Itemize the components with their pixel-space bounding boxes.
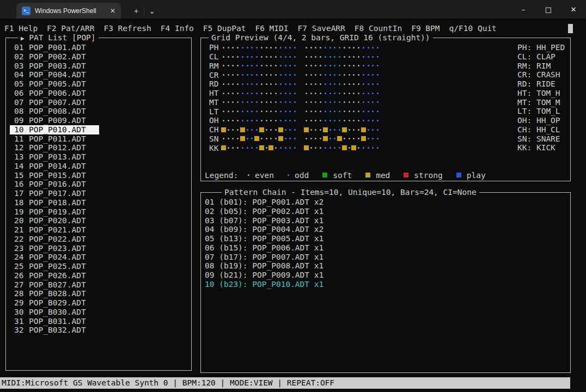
new-tab-button[interactable]: + bbox=[129, 7, 144, 15]
pattern-list-item[interactable]: 22POP_P022.ADT bbox=[10, 235, 99, 244]
pattern-list-item[interactable]: 02POP_P002.ADT bbox=[10, 52, 99, 62]
grid-step bbox=[318, 89, 323, 98]
menu-item[interactable]: F7 SaveARR bbox=[298, 24, 345, 33]
grid-step bbox=[371, 43, 376, 52]
pattern-list-item[interactable]: 26POP_P026.ADT bbox=[10, 271, 99, 280]
menu-item[interactable]: F9 BPM bbox=[411, 24, 440, 33]
chain-item[interactable]: 08 (b19): POP_P008.ADT x1 bbox=[205, 261, 323, 271]
chain-item[interactable]: 10 (b23): POP_P010.ADT x1 bbox=[205, 280, 323, 289]
step-dot bbox=[242, 111, 243, 112]
step-dot bbox=[349, 147, 350, 149]
pattern-list-item[interactable]: 32POP_B032.ADT bbox=[10, 326, 99, 335]
pattern-list-item[interactable]: 03POP_P003.ADT bbox=[10, 62, 99, 71]
pattern-list-item[interactable]: 30POP_B030.ADT bbox=[10, 308, 99, 317]
step-dot bbox=[353, 56, 355, 58]
chain-item[interactable]: 04 (b09): POP_P004.ADT x2 bbox=[205, 225, 323, 234]
pattern-list-item[interactable]: 25POP_P025.ADT bbox=[10, 262, 99, 271]
grid-step bbox=[292, 52, 297, 62]
pattern-list-item[interactable]: 17POP_P017.ADT bbox=[10, 189, 99, 198]
menu-item[interactable]: F2 Pat/ARR bbox=[47, 24, 94, 33]
grid-step bbox=[309, 116, 314, 125]
pattern-list-item[interactable]: 20POP_P020.ADT bbox=[10, 216, 99, 225]
pattern-filename: POP_P001.ADT bbox=[29, 43, 86, 52]
pattern-list-item[interactable]: 12POP_P012.ADT bbox=[10, 143, 99, 152]
close-button[interactable]: ✕ bbox=[561, 0, 586, 19]
step-dot bbox=[349, 47, 350, 48]
pattern-list-item[interactable]: 23POP_P023.ADT bbox=[10, 244, 99, 253]
pattern-list-item[interactable]: 18POP_P018.ADT bbox=[10, 198, 99, 207]
chain-item[interactable]: 03 (b07): POP_P003.ADT x1 bbox=[205, 216, 323, 225]
pattern-list-item[interactable]: 04POP_P004.ADT bbox=[10, 70, 99, 79]
pattern-list-item[interactable]: 06POP_P006.ADT bbox=[10, 89, 99, 98]
pattern-list-item[interactable]: 05POP_P005.ADT bbox=[10, 79, 99, 89]
pattern-list-item[interactable]: 08POP_P008.ADT bbox=[10, 107, 99, 116]
menu-item[interactable]: F8 CountIn bbox=[355, 24, 402, 33]
menu-item[interactable]: F1 Help bbox=[4, 24, 38, 33]
step-dot bbox=[247, 120, 248, 121]
grid-step bbox=[318, 98, 323, 107]
grid-step bbox=[245, 70, 250, 79]
menu-item[interactable]: F6 MIDI bbox=[255, 24, 288, 33]
pattern-list-item[interactable]: 31POP_B031.ADT bbox=[10, 317, 99, 326]
instrument-map-row: SN: SNARE bbox=[517, 134, 565, 144]
step-dot bbox=[368, 93, 369, 94]
terminal-tab[interactable]: >_ Windows PowerShell ✕ bbox=[16, 3, 121, 19]
chain-item[interactable]: 01 (b01): POP_P001.ADT x2 bbox=[205, 198, 323, 207]
step-dot bbox=[242, 147, 243, 149]
pattern-list-item[interactable]: 15POP_P015.ADT bbox=[10, 171, 99, 180]
grid-step bbox=[366, 89, 371, 98]
grid-step bbox=[254, 98, 259, 107]
pattern-list-item[interactable]: 16POP_P016.ADT bbox=[10, 180, 99, 189]
step-dot bbox=[223, 74, 224, 76]
pattern-list-item[interactable]: 24POP_P024.ADT bbox=[10, 253, 99, 262]
pattern-list-item[interactable]: 29POP_B029.ADT bbox=[10, 298, 99, 308]
grid-step bbox=[273, 116, 278, 125]
grid-step bbox=[356, 79, 361, 89]
step-dot bbox=[349, 129, 350, 131]
minimize-button[interactable]: – bbox=[511, 0, 536, 19]
step-dot bbox=[256, 120, 258, 121]
menu-item[interactable]: F3 Refresh bbox=[103, 24, 151, 33]
instrument-map-row: CR: CRASH bbox=[517, 70, 565, 79]
menu-item[interactable]: F5 DupPat bbox=[203, 24, 246, 33]
pattern-list-item[interactable]: 09POP_P009.ADT bbox=[10, 116, 99, 125]
grid-step bbox=[323, 98, 328, 107]
chain-item[interactable]: 02 (b05): POP_P002.ADT x1 bbox=[205, 207, 323, 216]
chain-item[interactable]: 06 (b15): POP_P006.ADT x1 bbox=[205, 243, 323, 253]
step-dot bbox=[232, 138, 234, 139]
pattern-list-item[interactable]: 13POP_P013.ADT bbox=[10, 152, 99, 162]
pattern-list-item[interactable]: 11POP_P011.ADT bbox=[10, 134, 99, 144]
pattern-list: 01POP_P001.ADT02POP_P002.ADT03POP_P003.A… bbox=[10, 43, 99, 335]
pattern-list-item[interactable]: 27POP_B027.ADT bbox=[10, 280, 99, 290]
pattern-list-item[interactable]: 07POP_P007.ADT bbox=[10, 98, 99, 107]
menu-item[interactable]: q/F10 Quit bbox=[449, 24, 497, 33]
step-dot bbox=[306, 93, 307, 94]
tab-dropdown-icon[interactable]: ⌄ bbox=[144, 7, 160, 15]
menu-item[interactable]: F4 Info bbox=[161, 24, 194, 33]
grid-step bbox=[347, 79, 352, 89]
pattern-list-item[interactable]: 28POP_B028.ADT bbox=[10, 289, 99, 298]
chain-item[interactable]: 05 (b13): POP_P005.ADT x1 bbox=[205, 234, 323, 243]
pattern-list-item[interactable]: 10POP_P010.ADT bbox=[10, 125, 99, 134]
pattern-list-item[interactable]: 19POP_P019.ADT bbox=[10, 207, 99, 217]
step-dot bbox=[223, 120, 224, 121]
step-dot bbox=[339, 111, 340, 112]
grid-step bbox=[333, 125, 338, 134]
step-dot bbox=[310, 74, 312, 76]
grid-step bbox=[304, 116, 309, 125]
step-dot bbox=[280, 83, 282, 85]
tab-close-icon[interactable]: ✕ bbox=[110, 7, 115, 15]
chain-item[interactable]: 09 (b21): POP_P009.ADT x1 bbox=[205, 271, 323, 280]
chain-item[interactable]: 07 (b17): POP_P007.ADT x1 bbox=[205, 253, 323, 262]
grid-step bbox=[371, 62, 376, 71]
step-dot bbox=[306, 56, 307, 58]
pattern-list-item[interactable]: 01POP_P001.ADT bbox=[10, 43, 99, 52]
pattern-list-item[interactable]: 21POP_P021.ADT bbox=[10, 225, 99, 235]
grid-step bbox=[356, 134, 361, 144]
pattern-number: 31 bbox=[14, 317, 24, 326]
step-dot bbox=[270, 56, 272, 58]
legend-entry: soft bbox=[322, 171, 352, 180]
pattern-list-item[interactable]: 14POP_P014.ADT bbox=[10, 162, 99, 171]
maximize-button[interactable]: □ bbox=[536, 0, 561, 19]
grid-row-label: LT bbox=[209, 107, 221, 116]
